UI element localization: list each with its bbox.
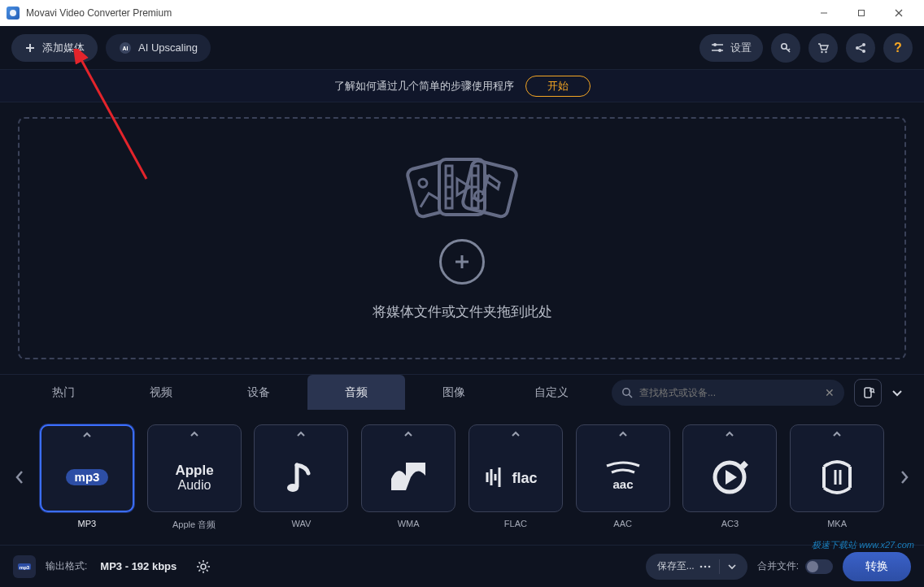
help-icon: ? bbox=[894, 41, 902, 55]
start-button[interactable]: 开始 bbox=[525, 76, 591, 97]
cart-button[interactable] bbox=[808, 33, 838, 63]
settings-label: 设置 bbox=[730, 41, 752, 55]
collapse-panel-button[interactable] bbox=[888, 379, 906, 407]
format-icon bbox=[362, 443, 455, 511]
svg-line-69 bbox=[207, 562, 208, 563]
svg-text:mp3: mp3 bbox=[20, 564, 30, 569]
add-media-plus-button[interactable] bbox=[439, 239, 485, 285]
svg-point-71 bbox=[700, 565, 702, 567]
format-carousel: mp3MP3AppleAudioApple 音频WAVWMAflacFLACaa… bbox=[0, 410, 924, 545]
window-title: Movavi Video Converter Premium bbox=[26, 7, 172, 19]
svg-point-73 bbox=[708, 565, 710, 567]
search-clear-button[interactable]: ✕ bbox=[825, 386, 835, 399]
svg-line-22 bbox=[859, 48, 863, 50]
format-icon bbox=[791, 443, 883, 511]
chevron-up-icon bbox=[791, 425, 883, 443]
window-minimize-button[interactable] bbox=[805, 0, 843, 26]
format-icon: aac bbox=[577, 443, 669, 511]
svg-marker-56 bbox=[726, 470, 737, 485]
carousel-prev-button[interactable] bbox=[8, 428, 31, 526]
format-card[interactable]: aac bbox=[576, 424, 670, 512]
output-format-label: 输出格式: bbox=[46, 559, 87, 573]
tab-video[interactable]: 视频 bbox=[112, 375, 210, 410]
svg-text:Apple: Apple bbox=[175, 463, 213, 478]
add-media-label: 添加媒体 bbox=[42, 41, 85, 55]
output-settings-button[interactable] bbox=[191, 554, 216, 579]
format-tabs-row: 热门 视频 设备 音频 图像 自定义 ✕ bbox=[0, 374, 924, 410]
device-detect-icon bbox=[861, 387, 875, 398]
media-illustration bbox=[397, 156, 527, 223]
cart-icon bbox=[817, 41, 830, 54]
chevron-up-icon bbox=[148, 425, 241, 443]
drop-zone[interactable]: 将媒体文件或文件夹拖到此处 bbox=[18, 117, 906, 359]
chevron-up-icon bbox=[577, 425, 669, 443]
format-card-wma: WMA bbox=[360, 424, 456, 531]
format-label: AC3 bbox=[721, 519, 739, 528]
tab-popular[interactable]: 热门 bbox=[15, 375, 112, 410]
merge-toggle[interactable] bbox=[805, 559, 833, 574]
format-icon: flac bbox=[469, 443, 562, 511]
svg-line-70 bbox=[199, 569, 201, 571]
save-to-button[interactable]: 保存至... bbox=[646, 554, 747, 580]
chevron-up-icon bbox=[683, 425, 776, 443]
format-label: AAC bbox=[613, 519, 632, 528]
format-icon bbox=[683, 443, 776, 511]
format-card-mp3: mp3MP3 bbox=[39, 424, 135, 531]
format-card[interactable]: flac bbox=[469, 424, 563, 512]
format-label: WAV bbox=[291, 519, 311, 528]
merge-files-control: 合并文件: bbox=[757, 559, 833, 574]
svg-line-21 bbox=[859, 45, 863, 46]
help-button[interactable]: ? bbox=[883, 33, 913, 63]
tab-devices[interactable]: 设备 bbox=[210, 375, 307, 410]
format-icon bbox=[255, 443, 347, 511]
format-card-aac: aacAAC bbox=[575, 424, 671, 531]
detect-device-button[interactable] bbox=[854, 379, 882, 407]
format-card[interactable]: AppleAudio bbox=[147, 424, 242, 512]
onboarding-banner: 了解如何通过几个简单的步骤使用程序 开始 bbox=[0, 70, 924, 102]
format-card-wav: WAV bbox=[254, 424, 350, 531]
window-maximize-button[interactable] bbox=[843, 0, 880, 26]
svg-text:flac: flac bbox=[512, 470, 537, 486]
app-icon bbox=[7, 7, 20, 20]
main-toolbar: 添加媒体 AI AI Upscaling 设置 ? bbox=[0, 26, 924, 70]
format-label: WMA bbox=[398, 519, 420, 528]
key-button[interactable] bbox=[771, 33, 800, 63]
chevron-up-icon bbox=[255, 425, 347, 443]
ai-icon: AI bbox=[119, 41, 132, 54]
add-media-button[interactable]: 添加媒体 bbox=[11, 34, 98, 62]
ai-upscaling-button[interactable]: AI AI Upscaling bbox=[106, 34, 211, 62]
svg-point-17 bbox=[825, 50, 826, 52]
format-search-box[interactable]: ✕ bbox=[612, 380, 844, 406]
tab-audio[interactable]: 音频 bbox=[307, 375, 405, 410]
format-card-ac3: AC3 bbox=[682, 424, 778, 531]
svg-text:mp3: mp3 bbox=[74, 470, 99, 484]
format-card[interactable] bbox=[254, 424, 348, 512]
window-close-button[interactable] bbox=[880, 0, 917, 26]
save-to-label: 保存至... bbox=[657, 559, 695, 573]
settings-button[interactable]: 设置 bbox=[700, 34, 763, 62]
onboarding-text: 了解如何通过几个简单的步骤使用程序 bbox=[334, 79, 514, 93]
bottom-bar: mp3 输出格式: MP3 - 192 kbps 保存至... 合并文件: 转换 bbox=[0, 545, 924, 587]
svg-line-15 bbox=[788, 49, 790, 50]
format-card[interactable] bbox=[682, 424, 777, 512]
format-card[interactable] bbox=[361, 424, 455, 512]
carousel-next-button[interactable] bbox=[893, 428, 916, 526]
tab-custom[interactable]: 自定义 bbox=[503, 375, 600, 410]
tab-image[interactable]: 图像 bbox=[405, 375, 503, 410]
format-card[interactable] bbox=[790, 424, 884, 512]
drop-hint-text: 将媒体文件或文件夹拖到此处 bbox=[373, 302, 552, 321]
svg-text:AI: AI bbox=[123, 46, 129, 51]
chevron-down-icon bbox=[728, 563, 736, 570]
svg-point-12 bbox=[718, 49, 721, 52]
format-card-flac: flacFLAC bbox=[468, 424, 564, 531]
svg-point-24 bbox=[418, 178, 428, 188]
svg-point-72 bbox=[704, 565, 706, 567]
convert-button[interactable]: 转换 bbox=[843, 552, 911, 581]
merge-label: 合并文件: bbox=[757, 559, 799, 573]
share-button[interactable] bbox=[846, 33, 875, 63]
format-search-input[interactable] bbox=[639, 387, 818, 398]
window-titlebar: Movavi Video Converter Premium bbox=[0, 0, 924, 26]
format-card[interactable]: mp3 bbox=[40, 424, 134, 512]
format-label: MKA bbox=[827, 519, 847, 528]
format-card-apple 音频: AppleAudioApple 音频 bbox=[146, 424, 242, 531]
